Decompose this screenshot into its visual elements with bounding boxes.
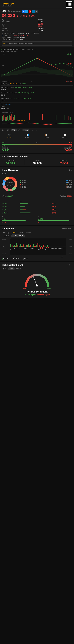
period-section: 1M 3M YTD 1Y | Daily | ≡ ↗ (0, 128, 74, 132)
refresh-icon[interactable]: ↻ (71, 169, 72, 171)
svg-rect-61 (36, 245, 37, 247)
donut-center: Net Inflow 34.73 (7, 182, 13, 186)
tab-orders-label: Orders (44, 136, 49, 138)
ts-signals: 1 bullish signal , 3 bearish signals (24, 294, 50, 296)
svg-rect-59 (34, 246, 35, 247)
svg-rect-42 (14, 244, 15, 247)
table-icon[interactable]: ⊞ (36, 141, 38, 143)
pe-ttm: 17.09 (38, 25, 72, 27)
market-position-title: Market Position Overview (2, 155, 28, 158)
main-chart[interactable]: 275.03% 145.49% -103.59% 1071 701 -39 ● … (1, 53, 73, 83)
ts-arrow-icon[interactable]: › (72, 264, 72, 266)
news-banner[interactable]: ⊞ In 2025, what are the investment oppor… (2, 42, 72, 46)
facebook-icon[interactable]: f (22, 10, 25, 13)
donut-chart: Net Inflow 34.73 (2, 176, 18, 192)
ts-tab-day[interactable]: Day (2, 268, 8, 270)
bid-qty: 300 (7, 147, 9, 149)
twitter-icon[interactable]: t (25, 10, 28, 13)
mf-subtab-overall[interactable]: Overall (2, 234, 11, 237)
post-turnover: 47.46M (20, 37, 25, 39)
market-position-arrow[interactable]: › (72, 155, 72, 158)
linkedin-icon[interactable]: in (32, 10, 35, 13)
svg-rect-66 (42, 247, 43, 250)
volume-label: Volume ⊙ ⊡ ✕ ↗ (2, 112, 72, 113)
youtube-icon[interactable]: ▶ (29, 10, 32, 13)
stats-row: % Turnover 8.26% Turnover 1.41B 12:01 HW… (2, 32, 72, 34)
price-change: +1.930 +5.96% (20, 15, 35, 18)
svg-rect-23 (42, 114, 43, 120)
period-3m[interactable]: 3M (6, 129, 10, 131)
period-1y[interactable]: 1Y (18, 129, 22, 131)
bid-price: 34.290 (2, 149, 9, 152)
post-mkt-change: -0.060 -0.17% (18, 35, 28, 37)
period-ytd[interactable]: YTD (11, 129, 16, 131)
post-volume: 1.38M (18, 39, 23, 40)
ts-info-icon[interactable]: ℹ (68, 264, 68, 266)
trade-tabs: 💱 Trade 📊 Positi... 📋 Orders 🕐 History (0, 132, 74, 140)
svg-rect-48 (21, 246, 22, 247)
support-stat: Support 32.600 (33, 160, 42, 165)
bid-pct: 6.00% (2, 145, 6, 147)
ask-qty: 4700 (69, 147, 72, 149)
ts-refresh-icon[interactable]: ↻ (69, 264, 71, 266)
money-flow-section: Money Flow Historical Data › Intraday Da… (0, 226, 74, 261)
svg-rect-53 (27, 245, 28, 247)
svg-rect-45 (18, 245, 18, 247)
history-icon: 🕐 (64, 134, 66, 136)
market-position-header: Market Position Overview › (2, 155, 72, 158)
period-fullscreen[interactable]: ↗ (35, 129, 38, 131)
svg-rect-18 (12, 115, 12, 120)
chart-y-mid: 701 (2, 65, 4, 66)
prev-close: 32.400 (38, 21, 72, 23)
svg-rect-55 (29, 246, 30, 247)
svg-rect-56 (30, 245, 31, 247)
mf-tab-day[interactable]: Day (11, 231, 17, 234)
ts-tab-60min[interactable]: 60min (15, 268, 22, 270)
ts-tab-1min[interactable]: 1min (8, 268, 15, 270)
svg-point-74 (36, 285, 38, 286)
svg-rect-50 (23, 244, 24, 247)
tab-history[interactable]: 🕐 History (56, 132, 74, 140)
svg-rect-67 (44, 245, 44, 247)
volume-section: Volume ⊙ ⊡ ✕ ↗ (1, 111, 73, 119)
donut-legend: 3.79% 3.62% 8.98% 8.17% (20, 180, 72, 188)
chart-date-left: -39 ● Feb 2024 (2, 81, 10, 82)
app-header: moomoo A Smarter Option (0, 0, 74, 8)
info-icon[interactable]: ℹ (69, 169, 70, 171)
period-1m[interactable]: 1M (1, 129, 5, 131)
tab-trade[interactable]: 💱 Trade (0, 132, 18, 140)
tab-orders[interactable]: 📋 Orders (37, 132, 56, 140)
tab-positions[interactable]: 📊 Positi... (18, 132, 37, 140)
svg-rect-39 (10, 244, 11, 247)
tab-positions-label: Positi... (25, 136, 30, 138)
chart-section: ▲ Forward Adjusted Ichimoku Kinko Hyo(52… (0, 47, 74, 128)
profit-ratio-value: 51.18% (6, 162, 15, 165)
ts-header: Technical Sentiment ℹ ↻ › (2, 264, 72, 266)
ts-result: Neutral Sentiment (26, 290, 48, 293)
resistance-value: 39.500 (60, 162, 68, 165)
bearish-label: Bearish (23, 288, 28, 289)
svg-rect-63 (39, 245, 40, 247)
mf-subtab-block[interactable]: Block Orders (11, 234, 25, 237)
period-menu[interactable]: ≡ (31, 129, 34, 131)
resistance-stat: Resistance 39.500 (60, 160, 68, 165)
pe-indicator: P/E PE17.089 (1, 103, 73, 105)
period-daily[interactable]: Daily (24, 129, 29, 131)
post-detail-row2: Low 34.270 Volume 1.38M (2, 39, 72, 40)
historical-data-link[interactable]: Historical Data › (62, 228, 72, 230)
total-assets-fq: Total Assets - FQ TOTALASSETS_FQ:9.9438 (1, 86, 73, 88)
mf-tab-week[interactable]: Week (17, 231, 24, 234)
ask-price: 34.300 (64, 149, 72, 152)
mf-tab-intraday[interactable]: Intraday (2, 231, 11, 234)
ema-indicator: EMA(14,0,9,0) MN: 1.430 EMVA: -0.1892 (1, 83, 73, 85)
svg-rect-57 (32, 246, 32, 247)
svg-rect-17 (11, 114, 12, 120)
price-low: 32.190 (38, 23, 72, 25)
donut-label: Net Inflow (7, 182, 13, 184)
svg-rect-60 (35, 246, 36, 247)
ask-side: NSDQ 4700 34.300 (64, 147, 72, 152)
bid-ask-bar: 6.00% 94.00% (2, 144, 72, 145)
mf-tab-month[interactable]: Month (24, 231, 32, 234)
support-label: Support (33, 160, 42, 161)
more-icon[interactable]: ••• (35, 10, 38, 13)
